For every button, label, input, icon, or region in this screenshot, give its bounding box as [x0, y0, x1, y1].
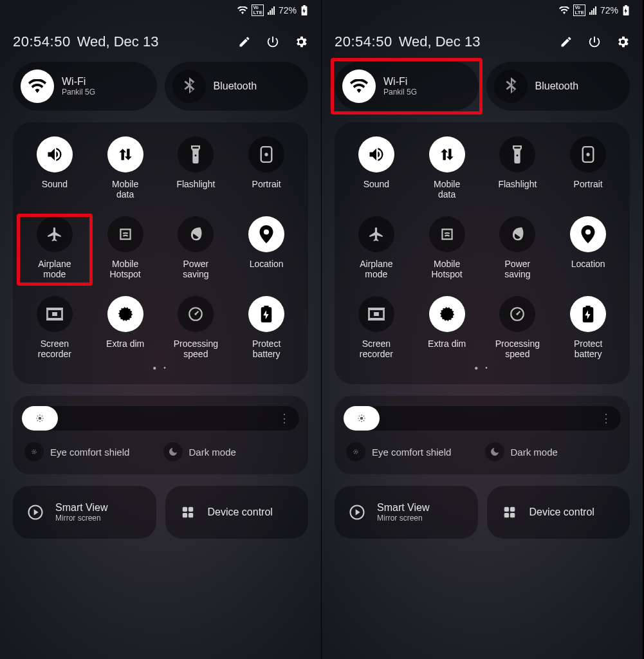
wifi-pill[interactable]: Wi-Fi Pankil 5G [13, 62, 157, 111]
volte-icon: VoLTE [252, 5, 264, 16]
svg-rect-47 [510, 507, 514, 512]
battery-pct: 72% [600, 5, 618, 15]
tile-protect-bat[interactable]: Protectbattery [231, 296, 302, 360]
location-icon [248, 216, 284, 252]
tile-power-saving[interactable]: Powersaving [161, 216, 232, 281]
brightness-slider[interactable]: ⋮ [344, 406, 621, 431]
tile-mobile-data[interactable]: Mobiledata [412, 136, 483, 201]
bluetooth-pill[interactable]: Bluetooth [486, 62, 630, 111]
tile-protect-bat[interactable]: Protectbattery [553, 296, 623, 360]
slider-menu-icon[interactable]: ⋮ [279, 411, 290, 425]
tile-location[interactable]: Location [231, 216, 302, 281]
flashlight-icon [178, 136, 214, 172]
devicectrl-icon [177, 501, 199, 523]
edit-icon[interactable] [237, 35, 252, 49]
smartview-card[interactable]: Smart View Mirror screen [13, 486, 156, 539]
smartview-label: Smart View [377, 502, 430, 514]
tile-airplane[interactable]: Airplanemode [19, 216, 90, 281]
tile-airplane[interactable]: Airplanemode [341, 216, 412, 281]
tile-sound[interactable]: Sound [19, 136, 90, 201]
dark-mode-label: Dark mode [189, 447, 236, 458]
tile-extra-dim[interactable]: Extra dim [90, 296, 161, 360]
tile-hotspot[interactable]: MobileHotspot [412, 216, 483, 281]
eye-comfort-toggle[interactable]: Eye comfort shield [344, 438, 483, 465]
date: Wed, Dec 13 [77, 33, 159, 50]
sound-icon [37, 136, 73, 172]
smartview-icon [24, 501, 46, 523]
tile-mobile-data[interactable]: Mobiledata [90, 136, 161, 201]
sun-icon [35, 414, 44, 423]
hotspot-icon [429, 216, 465, 252]
airplane-label: Airplanemode [38, 259, 71, 281]
wifi-pill[interactable]: Wi-Fi Pankil 5G [335, 62, 479, 111]
tile-proc-speed[interactable]: Processingspeed [161, 296, 232, 360]
dark-mode-label: Dark mode [511, 447, 558, 458]
power-icon[interactable] [587, 35, 602, 49]
extra-dim-icon [429, 296, 465, 332]
page-dots[interactable]: ● • [19, 364, 302, 371]
svg-rect-23 [182, 513, 187, 517]
location-icon [570, 216, 606, 252]
wifi-sub: Pankil 5G [62, 88, 95, 97]
power-icon[interactable] [266, 35, 280, 49]
wifi-status-icon [237, 6, 248, 14]
tile-portrait[interactable]: Portrait [231, 136, 302, 201]
airplane-icon [358, 216, 394, 252]
page-dots[interactable]: ● • [341, 364, 623, 371]
proc-speed-icon [178, 296, 214, 332]
devicectrl-card[interactable]: Device control [487, 486, 630, 539]
wifi-status-icon [559, 6, 569, 14]
signal-icon [589, 6, 596, 15]
tile-screen-rec[interactable]: Screenrecorder [341, 296, 412, 360]
mobile-data-icon [429, 136, 465, 172]
settings-icon[interactable] [294, 35, 308, 49]
location-label: Location [571, 259, 605, 281]
tile-power-saving[interactable]: Powersaving [483, 216, 553, 281]
header: 20:54:50 Wed, Dec 13 [335, 33, 630, 50]
devicectrl-label: Device control [208, 506, 273, 518]
tile-extra-dim[interactable]: Extra dim [412, 296, 483, 360]
slider-menu-icon[interactable]: ⋮ [600, 411, 612, 425]
svg-rect-21 [182, 507, 187, 512]
eye-comfort-toggle[interactable]: Eye comfort shield [22, 438, 161, 465]
smartview-card[interactable]: Smart View Mirror screen [335, 486, 478, 539]
flashlight-label: Flashlight [176, 179, 215, 201]
devicectrl-card[interactable]: Device control [165, 486, 309, 539]
signal-icon [268, 6, 275, 15]
power-saving-icon [499, 216, 535, 252]
eye-comfort-label: Eye comfort shield [50, 447, 129, 458]
brightness-slider[interactable]: ⋮ [22, 406, 299, 431]
tile-proc-speed[interactable]: Processingspeed [483, 296, 553, 360]
svg-point-44 [355, 451, 356, 452]
edit-icon[interactable] [559, 35, 573, 49]
tile-sound[interactable]: Sound [341, 136, 412, 201]
location-label: Location [250, 259, 284, 281]
tile-flashlight[interactable]: Flashlight [483, 136, 553, 201]
protect-bat-icon [570, 296, 606, 332]
svg-rect-22 [188, 507, 192, 512]
tile-flashlight[interactable]: Flashlight [161, 136, 232, 201]
battery-pct: 72% [279, 5, 297, 15]
sun-icon [357, 414, 366, 423]
tile-hotspot[interactable]: MobileHotspot [90, 216, 161, 281]
mobile-data-label: Mobiledata [112, 179, 138, 201]
smartview-label: Smart View [55, 502, 108, 514]
volte-icon: VoLTE [573, 5, 585, 16]
svg-point-8 [195, 313, 197, 315]
svg-rect-27 [587, 153, 589, 156]
tile-screen-rec[interactable]: Screenrecorder [19, 296, 90, 360]
proc-speed-icon [499, 296, 535, 332]
hotspot-label: MobileHotspot [432, 259, 463, 281]
flashlight-label: Flashlight [498, 179, 537, 201]
wifi-label: Wi-Fi [383, 76, 417, 88]
tile-portrait[interactable]: Portrait [553, 136, 623, 201]
bluetooth-pill[interactable]: Bluetooth [165, 62, 309, 111]
svg-rect-49 [510, 513, 514, 517]
tile-location[interactable]: Location [553, 216, 623, 281]
svg-point-9 [39, 417, 42, 420]
dark-mode-toggle[interactable]: Dark mode [161, 438, 300, 465]
settings-icon[interactable] [616, 35, 630, 49]
dark-mode-toggle[interactable]: Dark mode [483, 438, 621, 465]
svg-rect-24 [188, 513, 192, 517]
bluetooth-icon [172, 70, 206, 103]
